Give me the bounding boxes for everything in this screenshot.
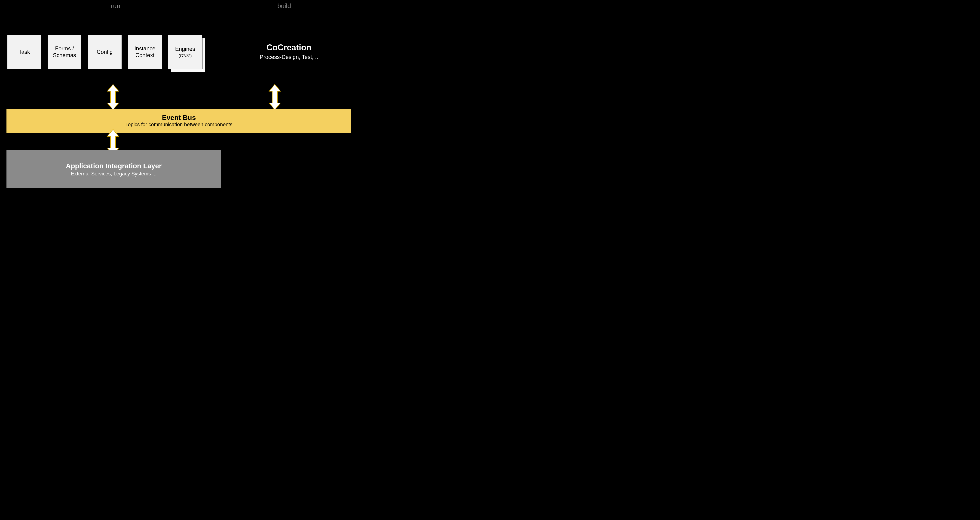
section-label-run: run xyxy=(111,2,120,10)
component-label: Config xyxy=(97,49,113,56)
double-arrow-icon xyxy=(106,84,120,110)
cocreation-subtitle: Process-Design, Test, .. xyxy=(231,54,347,60)
component-engines: Engines (C7/8*) xyxy=(168,35,202,69)
component-label: Engines xyxy=(175,46,195,52)
section-label-build: build xyxy=(277,2,291,10)
component-label: Instance Context xyxy=(129,45,161,59)
app-integration-layer-block: Application Integration Layer External-S… xyxy=(6,150,221,188)
event-bus-block: Event Bus Topics for communication betwe… xyxy=(6,109,351,133)
component-instance-context: Instance Context xyxy=(127,35,162,69)
component-forms-schemas: Forms / Schemas xyxy=(47,35,82,69)
component-sublabel: (C7/8*) xyxy=(178,53,192,59)
component-config: Config xyxy=(88,35,122,69)
double-arrow-icon xyxy=(268,84,282,110)
component-label: Forms / Schemas xyxy=(49,45,80,59)
component-engines-stack: Engines (C7/8*) xyxy=(168,35,205,72)
app-layer-title: Application Integration Layer xyxy=(6,162,221,170)
component-label: Task xyxy=(19,49,30,56)
event-bus-title: Event Bus xyxy=(6,114,351,122)
cocreation-block: CoCreation Process-Design, Test, .. xyxy=(231,43,347,60)
event-bus-subtitle: Topics for communication between compone… xyxy=(6,122,351,127)
cocreation-title: CoCreation xyxy=(231,43,347,52)
components-row: Task Forms / Schemas Config Instance Con… xyxy=(7,35,205,72)
component-task: Task xyxy=(7,35,41,69)
app-layer-subtitle: External-Services, Legacy Systems ... xyxy=(6,171,221,177)
